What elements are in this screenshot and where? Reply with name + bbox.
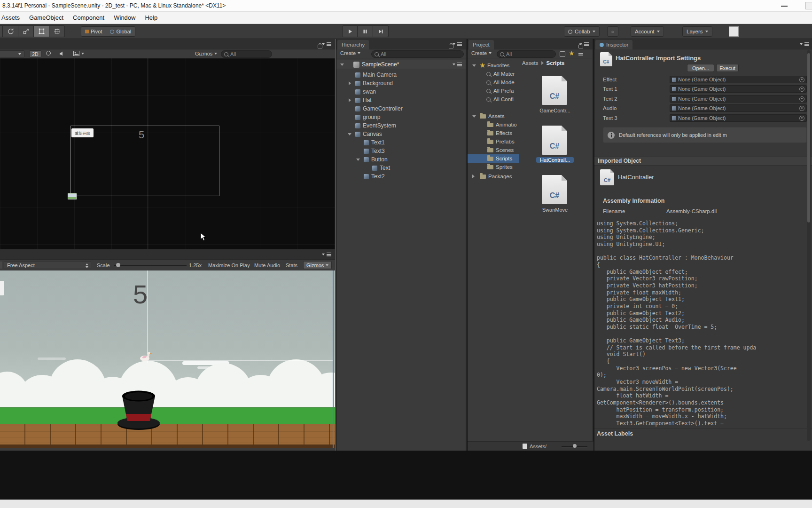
thumbnail-size-slider[interactable] bbox=[562, 446, 587, 447]
tab-project[interactable]: Project bbox=[468, 40, 494, 49]
open-button[interactable]: Open... bbox=[687, 64, 714, 72]
effects-dropdown[interactable] bbox=[73, 51, 84, 56]
hidden-search-icon[interactable] bbox=[578, 52, 583, 56]
favorite-all-models[interactable]: All Mode bbox=[468, 78, 519, 87]
scene-row-menu[interactable] bbox=[453, 63, 462, 66]
scene-restart-button-object[interactable]: 重新开始 bbox=[71, 128, 94, 137]
slider-knob[interactable] bbox=[116, 263, 120, 267]
maximize-button[interactable] bbox=[805, 2, 812, 9]
file-label-swanmove[interactable]: SwanMove bbox=[537, 207, 573, 213]
favorites-root[interactable]: Favorites bbox=[468, 61, 519, 70]
audio-toggle[interactable] bbox=[59, 51, 65, 56]
file-icon-hatcontraller[interactable]: C# bbox=[542, 126, 567, 155]
hierarchy-item-button[interactable]: Button bbox=[336, 155, 466, 164]
scale-tool-button[interactable] bbox=[18, 25, 34, 37]
hierarchy-item-eventsystem[interactable]: EventSystem bbox=[336, 121, 466, 130]
search-by-type-icon[interactable] bbox=[560, 51, 565, 57]
property-field-text1[interactable]: None (Game Object) bbox=[670, 85, 807, 93]
inspector-panel-menu[interactable] bbox=[800, 42, 809, 46]
breadcrumb-scripts[interactable]: Scripts bbox=[547, 60, 565, 66]
project-file-grid[interactable]: Assets Scripts C# GameContr... C# HatCon… bbox=[519, 58, 593, 441]
object-picker-icon[interactable] bbox=[799, 116, 804, 121]
slider-knob[interactable] bbox=[573, 444, 577, 448]
pause-button[interactable] bbox=[358, 25, 373, 37]
object-picker-icon[interactable] bbox=[799, 87, 804, 92]
game-screen[interactable]: 5 bbox=[0, 270, 335, 448]
scene-sprite-object[interactable] bbox=[68, 193, 77, 199]
game-panel-menu[interactable] bbox=[322, 253, 331, 256]
aspect-dropdown[interactable]: Free Aspect bbox=[4, 262, 91, 269]
scene-canvas[interactable]: 重新开始 5 bbox=[0, 58, 335, 249]
game-restart-button-partial[interactable] bbox=[0, 281, 4, 295]
cloud-button[interactable] bbox=[607, 26, 618, 37]
play-button[interactable] bbox=[342, 25, 358, 37]
menu-help[interactable]: Help bbox=[140, 14, 162, 21]
hierarchy-item-gamecontroller[interactable]: GameController bbox=[336, 104, 466, 113]
hierarchy-search-input[interactable]: All bbox=[371, 50, 464, 58]
file-label-gamecontroller[interactable]: GameContr... bbox=[537, 108, 573, 113]
breadcrumb-assets[interactable]: Assets bbox=[522, 60, 539, 66]
folder-prefabs[interactable]: Prefabs bbox=[468, 137, 519, 146]
file-icon-gamecontroller[interactable]: C# bbox=[542, 76, 567, 105]
folder-scripts[interactable]: Scripts bbox=[468, 154, 519, 163]
file-label-hatcontraller[interactable]: HatContrall... bbox=[536, 157, 574, 163]
execute-button[interactable]: Execut bbox=[716, 64, 739, 72]
menu-component[interactable]: Component bbox=[68, 14, 109, 21]
scene-counter-text-object[interactable]: 5 bbox=[139, 129, 144, 141]
expand-arrow-icon[interactable] bbox=[340, 64, 344, 66]
project-create-button[interactable]: Create bbox=[471, 50, 492, 56]
menu-assets[interactable]: Assets bbox=[0, 14, 24, 21]
account-dropdown[interactable]: Account bbox=[631, 26, 664, 37]
lock-icon[interactable] bbox=[449, 45, 453, 48]
scene-gizmos-dropdown[interactable]: Gizmos bbox=[195, 51, 217, 56]
stats-toggle[interactable]: Stats bbox=[286, 262, 297, 268]
layout-dropdown-partial[interactable] bbox=[729, 26, 739, 37]
hierarchy-item-swan[interactable]: swan bbox=[336, 87, 466, 96]
lock-icon[interactable] bbox=[318, 45, 322, 48]
hierarchy-item-text[interactable]: Text bbox=[336, 164, 466, 172]
project-search-input[interactable]: All bbox=[497, 50, 556, 58]
game-gizmos-dropdown[interactable]: Gizmos bbox=[303, 261, 332, 269]
property-field-effect[interactable]: None (Game Object) bbox=[670, 76, 807, 83]
mute-audio-toggle[interactable]: Mute Audio bbox=[254, 262, 280, 268]
favorite-all-materials[interactable]: All Mater bbox=[468, 70, 519, 78]
collab-dropdown[interactable]: Collab bbox=[564, 26, 600, 37]
tab-inspector[interactable]: Inspector bbox=[595, 40, 632, 49]
rect-tool-button[interactable] bbox=[34, 25, 49, 37]
splitter-scene-hierarchy[interactable] bbox=[336, 39, 336, 451]
folder-animations[interactable]: Animatio bbox=[468, 120, 519, 129]
hierarchy-scene-row[interactable]: SampleScene* bbox=[336, 60, 466, 69]
favorite-all-conflicts[interactable]: All Confl bbox=[468, 95, 519, 103]
menu-window[interactable]: Window bbox=[109, 14, 140, 21]
2d-toggle[interactable]: 2D bbox=[29, 50, 41, 57]
tab-hierarchy[interactable]: Hierarchy bbox=[337, 40, 369, 49]
pivot-toggle[interactable]: Pivot bbox=[81, 26, 106, 37]
expand-arrow-icon[interactable] bbox=[348, 133, 351, 135]
assets-root[interactable]: Assets bbox=[468, 112, 519, 120]
expand-arrow-icon[interactable] bbox=[349, 98, 351, 102]
object-picker-icon[interactable] bbox=[799, 106, 804, 111]
shaded-dropdown-partial[interactable] bbox=[0, 50, 24, 57]
property-field-audio[interactable]: None (Game Object) bbox=[670, 104, 807, 112]
hierarchy-item-canvas[interactable]: Canvas bbox=[336, 130, 466, 138]
folder-scenes[interactable]: Scenes bbox=[468, 146, 519, 154]
hierarchy-item-main-camera[interactable]: Main Camera bbox=[336, 71, 466, 79]
scrollbar-thumb[interactable] bbox=[807, 53, 810, 222]
scale-slider[interactable] bbox=[114, 265, 187, 266]
scene-search-input[interactable]: All bbox=[221, 50, 272, 58]
expand-arrow-icon[interactable] bbox=[472, 115, 476, 118]
scene-panel-menu[interactable] bbox=[322, 42, 331, 46]
folder-sprites[interactable]: Sprites bbox=[468, 163, 519, 171]
folder-effects[interactable]: Effects bbox=[468, 129, 519, 137]
lighting-toggle[interactable] bbox=[46, 51, 51, 56]
expand-arrow-icon[interactable] bbox=[472, 175, 475, 178]
hierarchy-item-hat[interactable]: Hat bbox=[336, 96, 466, 104]
hierarchy-panel-menu[interactable] bbox=[453, 42, 462, 46]
object-picker-icon[interactable] bbox=[799, 77, 804, 82]
hierarchy-item-text2[interactable]: Text2 bbox=[336, 172, 466, 181]
global-toggle[interactable]: Global bbox=[106, 26, 135, 37]
property-field-text3[interactable]: None (Game Object) bbox=[670, 114, 807, 122]
favorite-all-prefabs[interactable]: All Prefa bbox=[468, 87, 519, 95]
rotate-tool-button[interactable] bbox=[3, 25, 18, 37]
expand-arrow-icon[interactable] bbox=[356, 159, 360, 161]
